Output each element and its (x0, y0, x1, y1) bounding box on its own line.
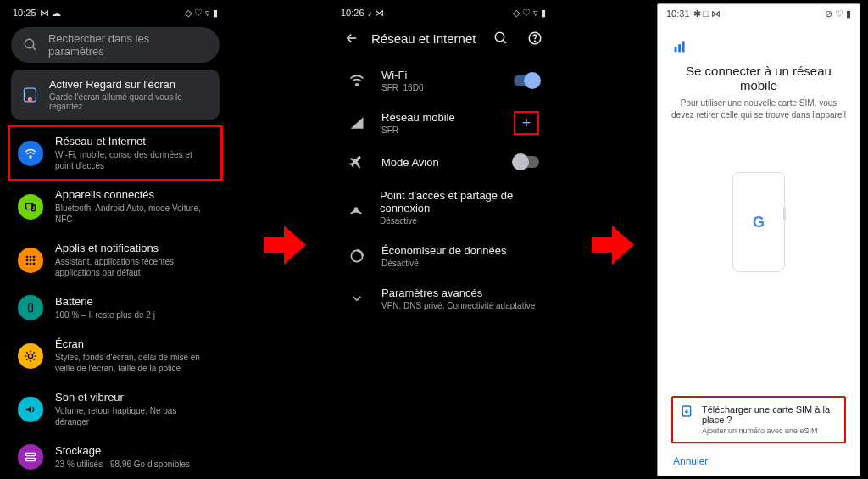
row-sound[interactable]: Son et vibreur Volume, retour haptique, … (4, 382, 226, 436)
cancel-button[interactable]: Annuler (671, 443, 846, 476)
status-time: 10:31 (666, 8, 690, 19)
data-saver-icon (348, 248, 365, 265)
row-hotspot[interactable]: Point d'accès et partage de connexion Dé… (332, 180, 554, 235)
svg-point-21 (495, 32, 504, 42)
row-advanced[interactable]: Paramètres avancés VPN, DNS privé, Conne… (332, 277, 554, 320)
apps-icon (24, 253, 37, 267)
row-mobile-network[interactable]: Réseau mobile SFR + (332, 102, 554, 144)
row-sub: Wi-Fi, mobile, conso des données et poin… (55, 149, 213, 171)
svg-rect-20 (26, 458, 36, 460)
add-network-button[interactable]: + (514, 111, 539, 135)
storage-icon (24, 450, 37, 464)
page-title: Réseau et Internet (371, 31, 481, 46)
svg-rect-28 (675, 47, 677, 53)
flow-arrow-icon (264, 226, 306, 265)
svg-line-1 (32, 47, 36, 50)
status-icons-left: ✱ □ ⋈ (693, 8, 721, 19)
row-title: Mode Avion (381, 156, 439, 169)
back-icon[interactable] (344, 31, 359, 46)
wifi-icon (24, 147, 37, 160)
airplane-toggle[interactable] (514, 156, 539, 168)
row-wifi[interactable]: Wi-Fi SFR_16D0 (332, 59, 554, 102)
svg-point-0 (25, 39, 33, 47)
svg-point-14 (30, 262, 32, 265)
row-title: Point d'accès et partage de connexion (380, 189, 539, 214)
row-sub: Styles, fonds d'écran, délai de mise en … (55, 352, 213, 374)
status-icons-right: ⊘ ♡ ▮ (825, 8, 851, 19)
hotspot-icon (348, 199, 364, 216)
row-sub: 100 % – Il reste plus de 2 j (55, 309, 155, 320)
sound-icon (24, 403, 37, 416)
status-bar: 10:26 ♪ ⋈ ◇ ♡ ▿ ▮ (332, 3, 554, 22)
row-sub: SFR (381, 125, 455, 135)
row-storage[interactable]: Stockage 23 % utilisés - 98,96 Go dispon… (4, 436, 226, 476)
wifi-icon (348, 72, 365, 89)
row-title: Réseau mobile (381, 111, 455, 124)
svg-point-15 (33, 262, 36, 265)
battery-icon (25, 301, 36, 315)
row-sub: Bluetooth, Android Auto, mode Voiture, N… (55, 203, 213, 225)
svg-point-24 (534, 41, 535, 42)
google-logo-icon: G (753, 214, 765, 231)
svg-point-3 (28, 97, 32, 101)
brightness-icon (24, 349, 37, 363)
row-sub: Désactivé (381, 259, 506, 268)
chevron-down-icon (349, 291, 364, 306)
settings-search[interactable]: Rechercher dans les paramètres (11, 27, 220, 63)
row-sub: SFR_16D0 (381, 83, 423, 92)
search-icon[interactable] (493, 31, 509, 46)
row-network-internet[interactable]: Réseau et Internet Wi-Fi, mobile, conso … (9, 126, 221, 180)
row-apps-notifications[interactable]: Applis et notifications Assistant, appli… (4, 233, 226, 287)
search-icon (23, 37, 38, 53)
row-title: Réseau et Internet (55, 135, 213, 148)
row-title: Wi-Fi (381, 69, 423, 81)
esim-title: Télécharger une carte SIM à la place ? (702, 404, 837, 425)
banner-sub: Garde l'écran allumé quand vous le regar… (49, 92, 209, 111)
svg-point-4 (30, 156, 31, 158)
row-connected-devices[interactable]: Appareils connectés Bluetooth, Android A… (4, 180, 226, 233)
signal-icon (348, 114, 365, 131)
flow-arrow-icon (592, 226, 634, 265)
svg-point-9 (33, 255, 36, 258)
svg-line-22 (503, 40, 506, 43)
settings-main-screenshot: 10:25 ⋈ ☁ ◇ ♡ ▿ ▮ Rechercher dans les pa… (4, 3, 226, 476)
svg-point-11 (30, 259, 32, 261)
row-display[interactable]: Écran Styles, fonds d'écran, délai de mi… (4, 329, 226, 382)
row-sub: Volume, retour haptique, Ne pas déranger (55, 405, 213, 427)
row-sub: Assistant, applications récentes, applic… (55, 256, 213, 278)
screen-attention-banner[interactable]: Activer Regard sur l'écran Garde l'écran… (11, 70, 220, 120)
page-subtext: Pour utiliser une nouvelle carte SIM, vo… (671, 97, 846, 121)
status-bar: 10:31 ✱ □ ⋈ ⊘ ♡ ▮ (658, 4, 860, 23)
wifi-toggle[interactable] (514, 75, 539, 86)
svg-rect-30 (682, 42, 685, 53)
svg-point-8 (30, 255, 32, 258)
signal-hero-icon (671, 36, 846, 55)
row-sub: VPN, DNS privé, Connectivité adaptative (381, 301, 535, 310)
row-data-saver[interactable]: Économiseur de données Désactivé (332, 235, 554, 277)
svg-point-18 (28, 354, 32, 358)
download-esim-option[interactable]: Télécharger une carte SIM à la place ? A… (671, 396, 846, 443)
status-time: 10:25 (13, 8, 36, 18)
help-icon[interactable] (527, 31, 542, 46)
status-time: 10:26 (341, 8, 364, 18)
status-icons-left: ♪ ⋈ (368, 8, 385, 19)
page-heading: Se connecter à un réseau mobile (671, 64, 846, 92)
row-sub: Désactivé (380, 216, 539, 226)
connect-mobile-screenshot: 10:31 ✱ □ ⋈ ⊘ ♡ ▮ Se connecter à un rése… (657, 3, 860, 476)
row-title: Paramètres avancés (381, 287, 535, 299)
screen-header: Réseau et Internet (332, 22, 554, 59)
devices-icon (24, 200, 37, 214)
svg-point-25 (356, 84, 359, 86)
svg-rect-19 (26, 453, 36, 455)
svg-rect-29 (678, 44, 681, 52)
row-title: Son et vibreur (55, 391, 213, 404)
row-battery[interactable]: Batterie 100 % – Il reste plus de 2 j (4, 287, 226, 329)
row-title: Économiseur de données (381, 244, 506, 257)
row-title: Écran (55, 337, 213, 350)
svg-rect-16 (29, 304, 33, 311)
row-title: Appareils connectés (55, 188, 213, 201)
search-placeholder: Rechercher dans les paramètres (48, 32, 208, 58)
row-title: Applis et notifications (55, 242, 213, 254)
row-title: Stockage (55, 444, 190, 457)
row-airplane-mode[interactable]: Mode Avion (332, 144, 554, 180)
